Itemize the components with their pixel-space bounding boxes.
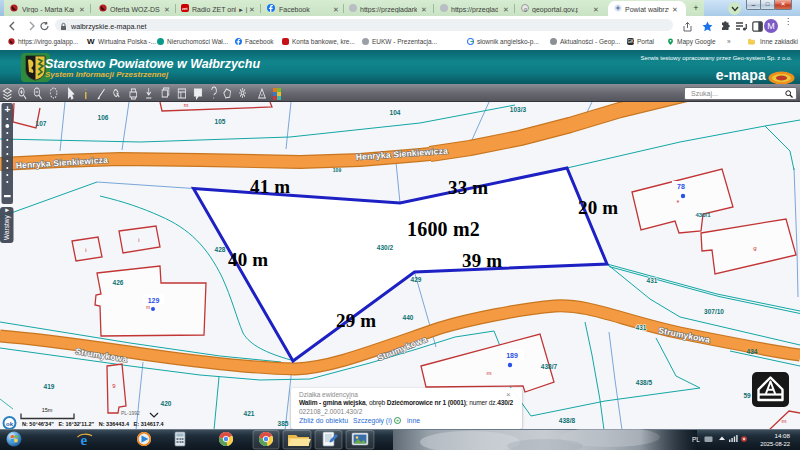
svg-text:N: 50°46'34" E: 16°32'11.2": N: 50°46'34" E: 16°32'11.2" N: 336443.4 … [22,421,165,427]
svg-text:106: 106 [98,114,109,121]
svg-text:429: 429 [411,276,422,283]
svg-text:109: 109 [333,167,342,173]
svg-text:m: m [487,370,492,376]
svg-text:i: i [85,247,86,253]
svg-text:m: m [146,305,150,310]
svg-text:434: 434 [747,348,758,355]
svg-text:i: i [138,237,139,243]
svg-text:438/5: 438/5 [636,379,653,386]
svg-text:+: + [4,104,10,115]
svg-text:419: 419 [44,383,55,390]
svg-text:104: 104 [390,109,401,116]
svg-text:PL: PL [692,436,700,443]
svg-text:105: 105 [215,118,226,125]
svg-text:2025-08-22: 2025-08-22 [760,441,790,447]
svg-text:PL-1992: PL-1992 [121,410,140,416]
svg-text:107: 107 [36,120,47,127]
svg-text:438/7: 438/7 [541,363,558,370]
svg-text:33 m: 33 m [448,177,488,198]
svg-text:431: 431 [636,324,647,331]
svg-text:78: 78 [677,183,685,190]
svg-text:129: 129 [148,297,160,304]
svg-text:420: 420 [161,400,172,407]
svg-text:m: m [782,418,787,424]
svg-text:41 m: 41 m [250,176,290,197]
svg-text:40 m: 40 m [228,249,268,270]
svg-text:m: m [184,102,189,108]
svg-text:430/1: 430/1 [695,212,711,218]
svg-text:430/2: 430/2 [377,244,394,251]
svg-text:385: 385 [278,420,289,427]
svg-text:438/8: 438/8 [559,417,576,424]
svg-text:15m: 15m [42,407,53,413]
svg-text:440: 440 [403,314,414,321]
svg-text:20 m: 20 m [578,197,618,218]
svg-text:307/10: 307/10 [704,308,724,315]
svg-text:ok: ok [6,421,14,427]
svg-text:39 m: 39 m [462,250,502,271]
svg-text:431: 431 [647,277,658,284]
svg-text:Warstwy ▼: Warstwy ▼ [3,207,11,240]
svg-text:59: 59 [743,392,751,399]
svg-text:428: 428 [215,246,226,253]
svg-text:189: 189 [506,352,518,359]
svg-text:1600 m2: 1600 m2 [407,218,480,240]
svg-text:g: g [753,245,756,251]
svg-text:421: 421 [244,410,255,417]
svg-text:29 m: 29 m [336,310,376,331]
svg-text:103/3: 103/3 [510,106,527,113]
svg-text:14:08: 14:08 [775,432,791,439]
svg-text:426: 426 [113,279,124,286]
